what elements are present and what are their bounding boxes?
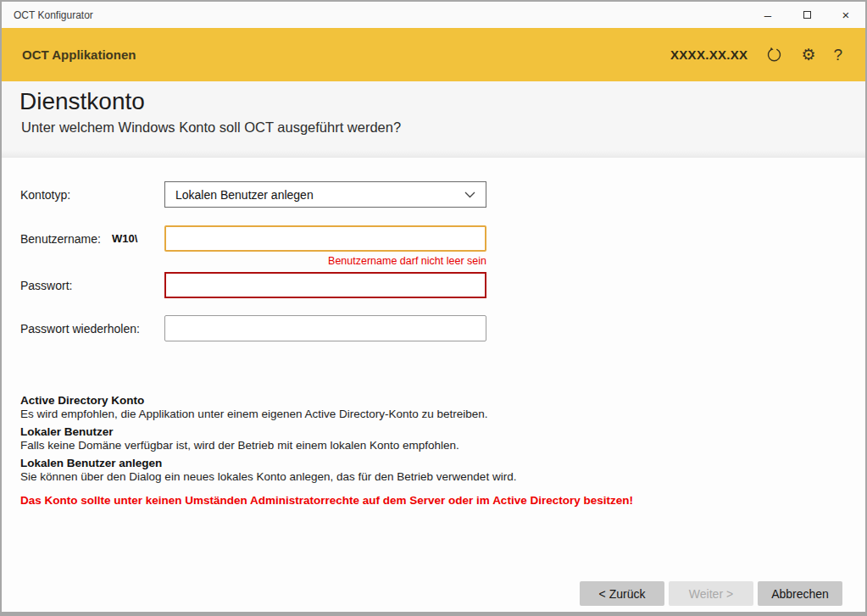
close-button[interactable]: × — [826, 2, 865, 28]
help-entry-title: Lokaler Benutzer — [20, 425, 681, 439]
help-entry-text: Falls keine Domäne verfügbar ist, wird d… — [20, 439, 681, 452]
maximize-button[interactable] — [787, 2, 826, 28]
benutzername-label: Benutzername: — [20, 232, 101, 246]
benutzername-label-row: Benutzername: W10\ — [20, 225, 137, 252]
refresh-icon — [765, 46, 783, 64]
benutzername-error: Benutzername darf nicht leer sein — [164, 255, 486, 267]
help-entry: Lokalen Benutzer anlegen Sie können über… — [20, 457, 681, 484]
help-entry: Active Directory Konto Es wird empfohlen… — [20, 394, 681, 421]
back-button[interactable]: < Zurück — [580, 581, 664, 606]
cancel-button[interactable]: Abbrechen — [758, 581, 842, 606]
settings-button[interactable]: ⚙ — [801, 47, 815, 63]
close-icon: × — [842, 8, 850, 22]
page-heading-band: Dienstkonto Unter welchem Windows Konto … — [2, 81, 865, 158]
maximize-icon — [803, 11, 811, 19]
help-button[interactable]: ? — [833, 47, 842, 63]
passwort-wiederholen-label: Passwort wiederholen: — [20, 315, 140, 341]
help-entry: Lokaler Benutzer Falls keine Domäne verf… — [20, 425, 681, 452]
refresh-button[interactable] — [765, 46, 783, 64]
header-actions: XXXX.XX.XX ⚙ ? — [670, 46, 865, 64]
help-entry-text: Sie können über den Dialog ein neues lok… — [20, 470, 681, 484]
next-button[interactable]: Weiter > — [669, 581, 753, 606]
page-subtitle: Unter welchem Windows Konto soll OCT aus… — [2, 115, 865, 136]
help-entry-title: Lokalen Benutzer anlegen — [20, 457, 681, 470]
minimize-icon: – — [764, 8, 771, 22]
window-title: OCT Konfigurator — [2, 9, 93, 21]
help-icon: ? — [833, 47, 842, 63]
version-label: XXXX.XX.XX — [670, 47, 748, 62]
help-section: Active Directory Konto Es wird empfohlen… — [20, 394, 681, 507]
chevron-down-icon — [464, 191, 475, 198]
passwort-wiederholen-input[interactable] — [164, 315, 486, 341]
domain-prefix: W10\ — [112, 232, 137, 245]
passwort-label: Passwort: — [20, 272, 72, 298]
kontotyp-selected-value: Lokalen Benutzer anlegen — [175, 188, 314, 202]
help-entry-text: Es wird empfohlen, die Applikation unter… — [20, 408, 681, 421]
titlebar: OCT Konfigurator – × — [2, 2, 865, 28]
wizard-footer: < Zurück Weiter > Abbrechen — [580, 581, 842, 606]
admin-rights-warning: Das Konto sollte unter keinen Umständen … — [20, 494, 681, 507]
kontotyp-select[interactable]: Lokalen Benutzer anlegen — [164, 181, 486, 208]
page-title: Dienstkonto — [2, 81, 865, 115]
benutzername-input[interactable] — [164, 225, 486, 252]
app-title: OCT Applikationen — [2, 47, 136, 62]
app-header: OCT Applikationen XXXX.XX.XX ⚙ ? — [2, 28, 865, 81]
kontotyp-label: Kontotyp: — [20, 181, 70, 208]
app-window: OCT Konfigurator – × OCT Applikationen X… — [0, 0, 867, 616]
gear-icon: ⚙ — [801, 47, 815, 63]
help-entry-title: Active Directory Konto — [20, 394, 681, 408]
passwort-input[interactable] — [164, 272, 486, 298]
minimize-button[interactable]: – — [748, 2, 787, 28]
window-controls: – × — [748, 2, 865, 28]
